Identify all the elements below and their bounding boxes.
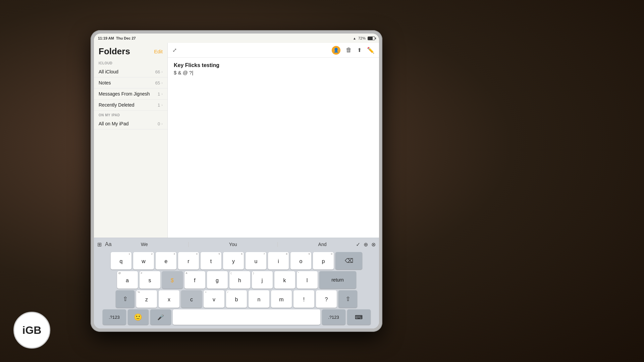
shift-left-icon: ⇧ <box>123 295 128 303</box>
key-g[interactable]: g <box>207 271 228 289</box>
font-icon[interactable]: Aa <box>105 241 112 247</box>
ipad-frame: 11:19 AM Thu Dec 27 ▲ 72% Folders Edit I… <box>91 30 382 332</box>
mic-key[interactable]: 🎤 <box>150 309 171 325</box>
edit-button[interactable]: Edit <box>154 49 163 54</box>
note-body[interactable]: $ & @ ?| <box>174 70 373 75</box>
main-content: Folders Edit ICLOUD All iCloud 66 › Note… <box>94 43 379 238</box>
key-l[interactable]: " l <box>297 271 318 289</box>
note-content: Key Flicks testing $ & @ ?| <box>168 58 379 238</box>
key-row-2: @ a # s $ & f g <box>96 271 377 289</box>
key-f[interactable]: & f <box>184 271 205 289</box>
key-k[interactable]: k <box>274 271 295 289</box>
key-x[interactable]: x <box>159 290 179 308</box>
key-a[interactable]: @ a <box>117 271 138 289</box>
key-row-3: ⇧ % z x c = v <box>96 290 377 308</box>
keyboard-area: ⊞ Aa We | You | And ✓ ⊕ ⊗ <box>94 238 379 328</box>
return-key-label: return <box>331 277 344 283</box>
key-row-1: 1 q 2 w 3 e 4 r <box>96 252 377 269</box>
hide-keyboard-icon: ⌨ <box>355 314 363 320</box>
keyboard-keys: 1 q 2 w 3 e 4 r <box>94 251 379 328</box>
key-exclaim[interactable]: ! <box>293 290 314 308</box>
key-z[interactable]: % z <box>136 290 157 308</box>
note-title: Key Flicks testing <box>174 62 373 68</box>
compose-icon[interactable]: ✏️ <box>367 47 374 54</box>
keyboard-toolbar-right: ✓ ⊕ ⊗ <box>356 241 376 248</box>
checkmark-icon[interactable]: ✓ <box>356 241 360 248</box>
numbers-key-right[interactable]: .?123 <box>322 309 345 325</box>
battery-icon <box>368 37 375 40</box>
chevron-icon: › <box>161 92 163 96</box>
key-n[interactable]: n <box>249 290 269 308</box>
emoji-key[interactable]: 🙂 <box>128 309 149 325</box>
folder-item-notes[interactable]: Notes 65 › <box>94 77 167 88</box>
format-icon[interactable]: ⊞ <box>97 241 102 248</box>
delete-icon[interactable]: 🗑 <box>346 47 352 54</box>
key-e[interactable]: 3 e <box>156 252 176 269</box>
emoji-icon: 🙂 <box>134 313 142 321</box>
prediction-we[interactable]: We <box>141 242 148 247</box>
expand-icon[interactable]: ⤢ <box>172 47 177 53</box>
ipad-screen: 11:19 AM Thu Dec 27 ▲ 72% Folders Edit I… <box>94 34 379 328</box>
keyboard-toolbar: ⊞ Aa We | You | And ✓ ⊕ ⊗ <box>94 238 379 251</box>
key-h[interactable]: ( h <box>229 271 250 289</box>
delete-key-icon: ⌫ <box>345 257 353 264</box>
folder-item-recently-deleted[interactable]: Recently Deleted 1 › <box>94 100 167 111</box>
key-m[interactable]: m <box>271 290 292 308</box>
numbers-key-left[interactable]: .?123 <box>103 309 126 325</box>
key-j[interactable]: ) j <box>252 271 273 289</box>
mic-icon: 🎤 <box>157 314 164 320</box>
status-icons: ▲ 72% <box>353 36 375 40</box>
key-v[interactable]: = v <box>204 290 224 308</box>
share-icon[interactable]: ⬆ <box>357 47 362 53</box>
person-icon[interactable]: 👤 <box>332 46 340 55</box>
key-p[interactable]: 0 p <box>313 252 334 269</box>
folder-item-all-icloud[interactable]: All iCloud 66 › <box>94 66 167 77</box>
prediction-and[interactable]: And <box>318 242 327 247</box>
settings-icon[interactable]: ⊗ <box>371 241 376 248</box>
toolbar-right: 👤 🗑 ⬆ ✏️ <box>332 46 374 55</box>
folders-header: Folders Edit <box>94 43 167 59</box>
chevron-icon: › <box>161 70 163 74</box>
igb-logo: iGB <box>13 312 50 349</box>
predictive-bar: We | You | And <box>114 241 353 247</box>
hide-keyboard-key[interactable]: ⌨ <box>347 309 371 325</box>
plus-circle-icon[interactable]: ⊕ <box>364 241 368 248</box>
folders-title: Folders <box>99 46 130 57</box>
note-toolbar: ⤢ 👤 🗑 ⬆ ✏️ <box>168 43 379 58</box>
on-my-ipad-section-label: ON MY IPAD <box>94 111 167 118</box>
keyboard-toolbar-left: ⊞ Aa <box>97 241 112 248</box>
key-i[interactable]: 8 i <box>268 252 289 269</box>
prediction-you[interactable]: You <box>229 242 237 247</box>
key-s[interactable]: # s <box>140 271 160 289</box>
key-w[interactable]: 2 w <box>133 252 154 269</box>
key-dollar[interactable]: $ <box>162 271 183 289</box>
space-key[interactable] <box>173 309 320 325</box>
key-u[interactable]: 7 u <box>246 252 266 269</box>
key-b[interactable]: / b <box>226 290 247 308</box>
key-question[interactable]: . ? <box>316 290 337 308</box>
key-q[interactable]: 1 q <box>111 252 131 269</box>
key-t[interactable]: 5 t <box>201 252 221 269</box>
key-y[interactable]: 6 y <box>223 252 244 269</box>
key-o[interactable]: 9 o <box>290 252 311 269</box>
key-c[interactable]: c <box>181 290 202 308</box>
status-bar: 11:19 AM Thu Dec 27 ▲ 72% <box>94 34 379 43</box>
folder-item-messages[interactable]: Messages From Jignesh 1 › <box>94 88 167 100</box>
key-r[interactable]: 4 r <box>178 252 199 269</box>
return-key[interactable]: return <box>319 271 356 289</box>
shift-key-left[interactable]: ⇧ <box>116 290 135 308</box>
note-panel: ⤢ 👤 🗑 ⬆ ✏️ Key Flicks testing $ & @ ?| <box>168 43 379 238</box>
shift-key-right[interactable]: ⇧ <box>338 290 357 308</box>
folder-item-all-on-ipad[interactable]: All on My iPad 0 › <box>94 118 167 129</box>
wifi-icon: ▲ <box>353 37 356 40</box>
key-row-bottom: .?123 🙂 🎤 .?123 ⌨ <box>96 309 377 325</box>
numbers-label-left: .?123 <box>109 315 120 320</box>
delete-key[interactable]: ⌫ <box>335 252 362 269</box>
chevron-icon: › <box>161 122 163 126</box>
chevron-icon: › <box>161 81 163 85</box>
icloud-section-label: ICLOUD <box>94 59 167 66</box>
battery-percent: 72% <box>358 36 366 40</box>
numbers-label-right: .?123 <box>328 315 339 320</box>
chevron-icon: › <box>161 103 163 107</box>
toolbar-left: ⤢ <box>172 47 177 53</box>
